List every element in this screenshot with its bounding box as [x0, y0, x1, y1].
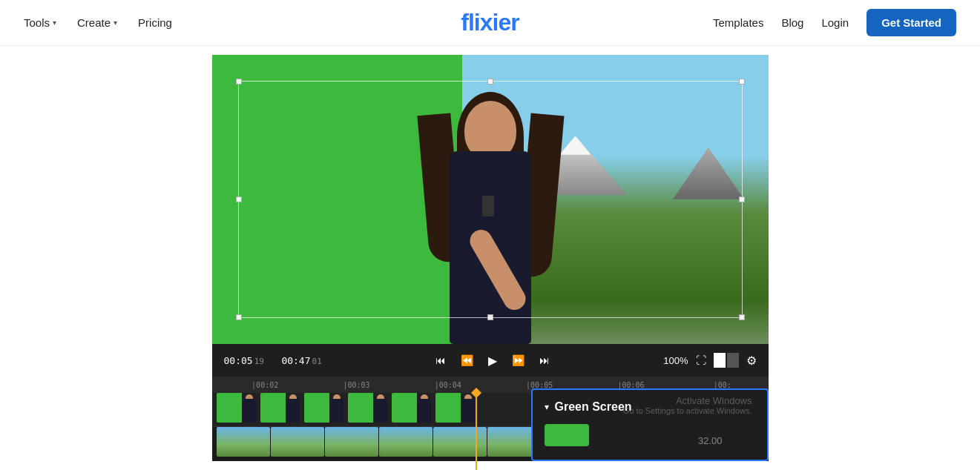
play-button[interactable]: ▶ [487, 352, 499, 369]
clip-5-person [418, 399, 431, 423]
clip-3-person [330, 399, 343, 423]
nav-pricing[interactable]: Pricing [138, 16, 172, 29]
clip-2-green [260, 393, 286, 423]
clip-3-green [304, 393, 330, 423]
nav-right: Templates Blog Login Get Started [713, 9, 956, 36]
person-phone [482, 196, 494, 216]
gs-collapse-icon[interactable]: ▾ [545, 402, 549, 412]
mountain-clip-1[interactable] [217, 427, 270, 457]
view-btn-2[interactable] [727, 353, 739, 368]
mountain-far-peak [664, 148, 753, 199]
clip-6[interactable] [435, 393, 479, 423]
gs-threshold-value: 32.00 [698, 435, 723, 446]
clip-1[interactable] [217, 393, 260, 423]
mountain-clip-2[interactable] [271, 427, 324, 457]
activate-windows-title: Activate Windows [623, 395, 752, 406]
time-current-display: 00:0519 00:4701 [224, 355, 322, 366]
green-screen-panel: ▾ Green Screen 32.00 Activate Windows Go… [531, 388, 769, 461]
ruler-mark-4: |00:05 [493, 381, 585, 389]
video-preview[interactable] [212, 55, 769, 344]
get-started-button[interactable]: Get Started [866, 9, 956, 36]
create-chevron-icon: ▾ [114, 19, 117, 27]
nav-tools[interactable]: Tools ▾ [24, 16, 56, 29]
fast-forward-button[interactable]: ⏩ [510, 353, 526, 368]
clip-5-green [392, 393, 418, 423]
clip-3[interactable] [304, 393, 347, 423]
nav-blog[interactable]: Blog [781, 16, 803, 29]
person-figure [409, 92, 572, 344]
ruler-mark-1: |00:02 [220, 381, 311, 389]
fullscreen-button[interactable]: ⛶ [696, 354, 706, 366]
editor-container: 00:0519 00:4701 ⏮ ⏪ ▶ ⏩ ⏭ 100% ⛶ ⚙ [0, 46, 980, 461]
header: Tools ▾ Create ▾ Pricing flixier Templat… [0, 0, 980, 46]
clip-5[interactable] [392, 393, 435, 423]
settings-button[interactable]: ⚙ [746, 354, 757, 368]
activate-windows-overlay: Activate Windows Go to Settings to activ… [623, 395, 752, 415]
activate-windows-subtitle: Go to Settings to activate Windows. [623, 406, 752, 415]
clip-6-person [461, 399, 475, 423]
gs-color-picker[interactable] [545, 424, 589, 446]
video-clips [212, 393, 483, 426]
clip-1-green [217, 393, 243, 423]
editor-area: 00:0519 00:4701 ⏮ ⏪ ▶ ⏩ ⏭ 100% ⛶ ⚙ [212, 55, 769, 461]
ruler-marks: |00:02 |00:03 |00:04 |00:05 |00:06 |00: [212, 381, 769, 389]
nav-create[interactable]: Create ▾ [77, 16, 117, 29]
skip-to-end-button[interactable]: ⏭ [538, 353, 551, 368]
skip-to-start-button[interactable]: ⏮ [434, 353, 447, 368]
ruler-mark-6: |00: [677, 381, 768, 389]
clip-4-green [348, 393, 374, 423]
person-arm [466, 226, 530, 314]
nav-login[interactable]: Login [821, 16, 849, 29]
nav-left: Tools ▾ Create ▾ Pricing [24, 16, 172, 29]
clip-4-person [374, 399, 387, 423]
clip-6-green [435, 393, 461, 423]
gs-controls [545, 424, 755, 449]
playback-controls: ⏮ ⏪ ▶ ⏩ ⏭ [331, 352, 654, 369]
mountain-clip-4[interactable] [379, 427, 433, 457]
view-toggle [714, 353, 739, 368]
clip-4[interactable] [348, 393, 391, 423]
mountain-clip-3[interactable] [325, 427, 378, 457]
controls-right: 100% ⛶ ⚙ [663, 353, 756, 368]
zoom-level-label: 100% [663, 355, 688, 366]
video-controls-bar: 00:0519 00:4701 ⏮ ⏪ ▶ ⏩ ⏭ 100% ⛶ ⚙ [212, 344, 769, 377]
site-logo[interactable]: flixier [461, 9, 519, 36]
ruler-mark-3: |00:04 [402, 381, 493, 389]
tools-chevron-icon: ▾ [53, 19, 56, 27]
mountain-clip-5[interactable] [433, 427, 487, 457]
gs-panel-title: Green Screen [555, 400, 632, 414]
person-body [450, 151, 531, 344]
ruler-mark-2: |00:03 [311, 381, 402, 389]
nav-templates[interactable]: Templates [713, 16, 763, 29]
clip-1-person [243, 399, 256, 423]
rewind-button[interactable]: ⏪ [459, 353, 475, 368]
playhead[interactable] [476, 393, 477, 470]
ruler-mark-5: |00:06 [585, 381, 677, 389]
clip-2-person [286, 399, 300, 423]
clip-2[interactable] [260, 393, 303, 423]
view-btn-1[interactable] [714, 353, 726, 368]
